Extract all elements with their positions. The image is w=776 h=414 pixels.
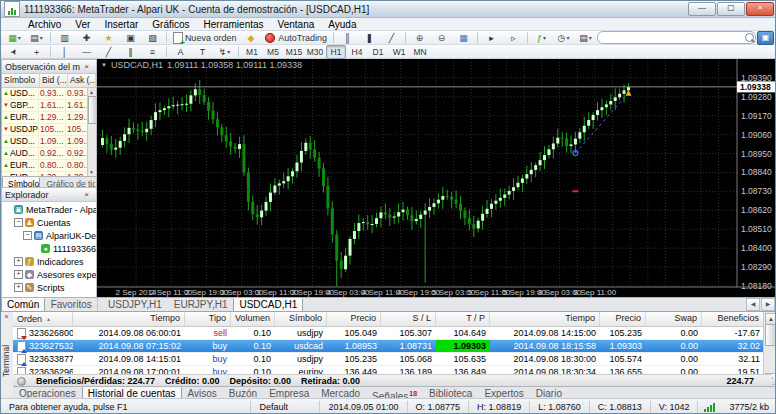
navigator-header[interactable]: Explorador × bbox=[2, 188, 96, 202]
tile-windows-button[interactable]: ▦ bbox=[453, 31, 474, 45]
market-watch-column-2[interactable]: Ask (... bbox=[68, 74, 96, 87]
navigator-item-cuentas[interactable]: −♟Cuentas bbox=[2, 216, 96, 229]
zoom-in-button[interactable]: ⊕ bbox=[409, 31, 430, 45]
line-chart-button[interactable]: ╱ bbox=[381, 31, 402, 45]
arrows-tool-button[interactable]: ↯▾ bbox=[214, 45, 235, 59]
menu-ver[interactable]: Ver bbox=[68, 18, 97, 31]
chart-tab-usdjpy-h1[interactable]: USDJPY,H1 bbox=[102, 298, 168, 312]
templates-button[interactable]: ▤▾ bbox=[575, 31, 596, 45]
navigator-tab-com-n[interactable]: Común bbox=[1, 298, 45, 312]
history-column-1[interactable]: Tiempo bbox=[73, 312, 185, 326]
vertical-line-tool-button[interactable]: │ bbox=[54, 45, 75, 59]
market-watch-row[interactable]: ▲EUR...1.29...1.29... bbox=[2, 112, 96, 124]
new-chart-button[interactable]: ▦▾ bbox=[4, 31, 25, 45]
equidistant-channel-tool-button[interactable]: ∥ bbox=[120, 45, 141, 59]
history-column-5[interactable]: Precio bbox=[327, 312, 381, 326]
fibonacci-tool-button[interactable]: ≡ bbox=[142, 45, 163, 59]
history-row[interactable]: 3236268002014.09.08 06:00:01sell0.10usdj… bbox=[13, 327, 764, 340]
market-watch-row[interactable]: ▲USD...0.93...0.93... bbox=[2, 88, 96, 100]
chart-tab-usdcad-h1[interactable]: USDCAD,H1 bbox=[233, 298, 303, 312]
history-column-3[interactable]: Volumen bbox=[231, 312, 275, 326]
history-column-2[interactable]: Tipo bbox=[185, 312, 231, 326]
market-watch-header[interactable]: Observación del mercado: 18:49:0 × bbox=[2, 60, 96, 74]
text-label-tool-button[interactable]: T bbox=[192, 45, 213, 59]
collapse-icon[interactable]: − bbox=[23, 231, 32, 240]
zoom-out-button[interactable]: ⊖ bbox=[431, 31, 452, 45]
navigator-item-111193366-jose-x[interactable]: ●111193366: jose X bbox=[2, 242, 96, 255]
strategy-tester-button[interactable]: ▧ bbox=[142, 31, 163, 45]
periods-button[interactable]: ◷▾ bbox=[553, 31, 574, 45]
market-watch-row[interactable]: ▼USDJPY105....105.... bbox=[2, 124, 96, 136]
chart-context-icon[interactable]: ▼ bbox=[101, 62, 107, 68]
menu-ayuda[interactable]: Ayuda bbox=[321, 18, 363, 31]
expand-icon[interactable]: + bbox=[14, 257, 23, 266]
navigator-item-scripts[interactable]: +✎Scripts bbox=[2, 281, 96, 294]
scroll-up-icon[interactable]: ▲ bbox=[88, 88, 95, 96]
chart-shift-button[interactable]: ▹ bbox=[503, 31, 524, 45]
text-tool-button[interactable]: A bbox=[170, 45, 191, 59]
navigator-item-alpariuk-demo-pro[interactable]: −▤AlpariUK-Demo-Pro bbox=[2, 229, 96, 242]
navigator-button[interactable]: ★ bbox=[98, 31, 119, 45]
market-watch-row[interactable]: ▲EUR...0.80...0.80... bbox=[2, 160, 96, 172]
market-watch-column-0[interactable]: Símbolo bbox=[2, 74, 40, 87]
chart-canvas[interactable]: 1.093901.092801.091701.090601.089501.088… bbox=[97, 59, 776, 297]
menu-gráficos[interactable]: Gráficos bbox=[145, 18, 196, 31]
metaeditor-button[interactable]: ◆ bbox=[240, 31, 261, 45]
terminal-button[interactable]: ▣ bbox=[120, 31, 141, 45]
chart-tabs-right-icon[interactable]: ▶ bbox=[761, 298, 775, 311]
terminal-close-icon[interactable]: × bbox=[1, 312, 12, 322]
market-watch-row[interactable]: ▲AUD...0.92...0.92... bbox=[2, 148, 96, 160]
timeframe-m15-button[interactable]: M15 bbox=[284, 45, 304, 59]
auto-scroll-button[interactable]: ▸ bbox=[481, 31, 502, 45]
horizontal-line-tool-button[interactable]: — bbox=[76, 45, 97, 59]
market-watch-row[interactable]: ▲EUR...1.39...1.39... bbox=[2, 172, 96, 176]
navigator-close-icon[interactable]: × bbox=[80, 189, 93, 201]
chart-tabs-left-icon[interactable]: ◀ bbox=[746, 298, 760, 311]
timeframe-mn-button[interactable]: MN bbox=[410, 45, 430, 59]
navigator-tab-favoritos[interactable]: Favoritos bbox=[45, 298, 97, 312]
timeframe-w1-button[interactable]: W1 bbox=[389, 45, 409, 59]
history-column-4[interactable]: Símbolo bbox=[275, 312, 327, 326]
expand-icon[interactable]: + bbox=[14, 270, 23, 279]
market-watch-button[interactable]: ▥ bbox=[54, 31, 75, 45]
scrollbar-thumb[interactable] bbox=[88, 96, 96, 124]
market-watch-column-1[interactable]: Bid (... bbox=[40, 74, 68, 87]
collapse-icon[interactable]: − bbox=[14, 218, 23, 227]
timeframe-m1-button[interactable]: M1 bbox=[242, 45, 262, 59]
cursor-tool-button[interactable]: ➤ bbox=[4, 45, 25, 59]
bar-chart-button[interactable]: ║ bbox=[337, 31, 358, 45]
history-column-9[interactable]: Precio bbox=[600, 312, 646, 326]
indicators-button[interactable]: ƒ▾ bbox=[531, 31, 552, 45]
autotrading-button[interactable]: AutoTrading bbox=[262, 31, 330, 45]
menu-ventana[interactable]: Ventana bbox=[271, 18, 322, 31]
history-column-8[interactable]: Tiempo bbox=[490, 312, 600, 326]
market-watch-column-headers[interactable]: SímboloBid (...Ask (... bbox=[2, 74, 96, 88]
notifications-button[interactable]: ▣ bbox=[757, 31, 774, 45]
navigator-item-asesores-expertos[interactable]: +◆Asesores expertos bbox=[2, 268, 96, 281]
market-watch-row[interactable]: ▼GBP...1.61...1.61... bbox=[2, 100, 96, 112]
timeframe-m5-button[interactable]: M5 bbox=[263, 45, 283, 59]
navigator-item-metatrader-alpari-uk[interactable]: ▣MetaTrader - Alpari UK bbox=[2, 203, 96, 216]
timeframe-m30-button[interactable]: M30 bbox=[305, 45, 325, 59]
chart-tab-eurjpy-h1[interactable]: EURJPY,H1 bbox=[168, 298, 234, 312]
title-bar[interactable]: 111193366: MetaTrader - Alpari UK - Cuen… bbox=[1, 1, 776, 18]
profiles-button[interactable]: ▤▾ bbox=[26, 31, 47, 45]
history-column-0[interactable]: Orden▲ bbox=[13, 312, 73, 326]
history-column-6[interactable]: S / L bbox=[381, 312, 436, 326]
search-input[interactable] bbox=[597, 31, 756, 44]
timeframe-d1-button[interactable]: D1 bbox=[368, 45, 388, 59]
history-column-11[interactable]: Beneficios bbox=[702, 312, 764, 326]
history-table-header[interactable]: Orden▲TiempoTipoVolumenSímboloPrecioS / … bbox=[13, 312, 764, 327]
crosshair-tool-button[interactable]: ＋ bbox=[26, 45, 47, 59]
history-column-10[interactable]: Swap bbox=[646, 312, 702, 326]
menu-herramientas[interactable]: Herramientas bbox=[197, 18, 271, 31]
expand-icon[interactable]: + bbox=[14, 283, 23, 292]
history-row[interactable]: 3236275322014.09.08 07:15:02buy0.10usdca… bbox=[13, 340, 764, 353]
scrollbar-thumb[interactable] bbox=[765, 324, 776, 346]
trendline-tool-button[interactable]: ╱ bbox=[98, 45, 119, 59]
new-order-button[interactable]: +Nueva orden bbox=[170, 31, 239, 45]
market-watch-close-icon[interactable]: × bbox=[80, 61, 93, 73]
timeframe-h1-button[interactable]: H1 bbox=[326, 45, 346, 59]
minimize-button[interactable]: — bbox=[688, 2, 716, 16]
history-row[interactable]: 3236338772014.09.08 14:15:01buy0.10usdjp… bbox=[13, 353, 764, 366]
